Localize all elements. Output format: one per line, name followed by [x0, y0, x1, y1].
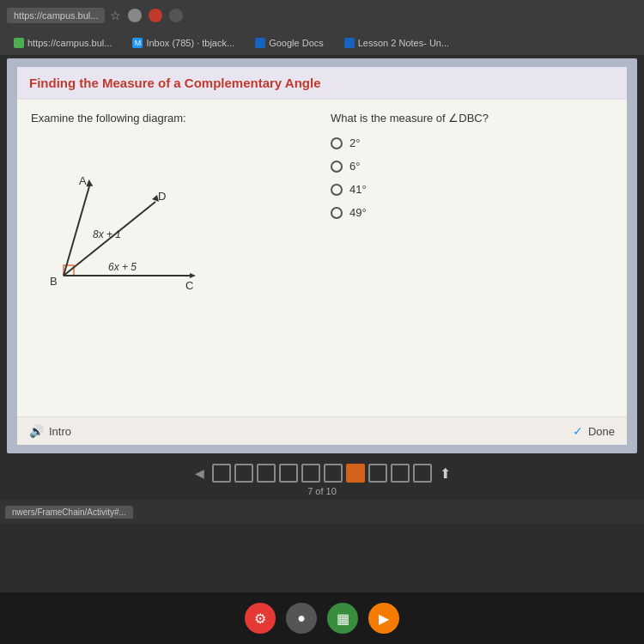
left-panel: Examine the following diagram:: [31, 112, 313, 307]
tab-bar: https://campus.bul... M Inbox (785) · tb…: [0, 31, 644, 55]
done-label: Done: [588, 425, 615, 438]
tab-lesson-label: Lesson 2 Notes- Un...: [358, 38, 449, 48]
card-footer: 🔊 Intro ✓ Done: [17, 416, 627, 445]
dot-10[interactable]: [413, 464, 432, 483]
dot-5[interactable]: [301, 464, 320, 483]
extension-icon: [128, 9, 142, 22]
tab-gdocs-label: Google Docs: [269, 38, 324, 48]
progress-text: 7 of 10: [307, 486, 337, 496]
gdocs-icon: [255, 38, 265, 48]
dot-4[interactable]: [279, 464, 298, 483]
option-1[interactable]: 2°: [331, 137, 613, 149]
tab-google-docs[interactable]: Google Docs: [248, 35, 331, 51]
tab-campus[interactable]: https://campus.bul...: [7, 35, 118, 51]
files-icon: ▦: [337, 611, 349, 627]
option-3[interactable]: 41°: [331, 183, 613, 196]
dot-6[interactable]: [324, 464, 343, 483]
cursor-icon: ⬆: [435, 464, 454, 483]
svg-text:A: A: [79, 174, 87, 187]
right-panel: What is the measure of ∠DBC? 2° 6° 41° 4…: [322, 112, 613, 307]
dot-7-current[interactable]: [346, 464, 365, 483]
taskbar-files-icon[interactable]: ▦: [327, 603, 358, 634]
svg-text:6x + 5: 6x + 5: [108, 261, 137, 273]
svg-text:C: C: [185, 279, 193, 292]
prev-arrow[interactable]: ◀: [190, 464, 209, 483]
tab-campus-label: https://campus.bul...: [27, 38, 112, 48]
inbox-icon: M: [132, 38, 143, 48]
dot-8[interactable]: [368, 464, 387, 483]
tab-inbox-label: Inbox (785) · tbjack...: [146, 38, 234, 48]
taskbar-chrome-icon[interactable]: ●: [286, 603, 317, 634]
taskbar-play-icon[interactable]: ▶: [368, 603, 399, 634]
intro-button[interactable]: 🔊 Intro: [29, 424, 71, 438]
svg-text:8x + 1: 8x + 1: [93, 228, 121, 240]
examine-text: Examine the following diagram:: [31, 112, 313, 125]
dot-9[interactable]: [391, 464, 410, 483]
question-text: What is the measure of ∠DBC?: [331, 112, 613, 125]
main-content: Finding the Measure of a Complementary A…: [7, 58, 637, 453]
question-card: Finding the Measure of a Complementary A…: [17, 67, 627, 445]
option-3-label: 41°: [349, 183, 367, 196]
option-2[interactable]: 6°: [331, 160, 613, 173]
bottom-strip: nwers/FrameChain/Activity#...: [0, 500, 644, 524]
menu-icon: [169, 9, 183, 22]
option-4[interactable]: 49°: [331, 206, 613, 219]
check-icon: ✓: [573, 424, 583, 438]
tab-lesson[interactable]: Lesson 2 Notes- Un...: [337, 35, 456, 51]
dot-3[interactable]: [257, 464, 276, 483]
card-title: Finding the Measure of a Complementary A…: [17, 67, 627, 100]
profile-icon: [149, 9, 162, 22]
progress-section: ◀ ⬆ 7 of 10: [0, 457, 644, 500]
svg-text:B: B: [50, 275, 58, 288]
taskbar-settings-icon[interactable]: ⚙: [245, 603, 276, 634]
campus-icon: [14, 38, 24, 48]
tab-inbox[interactable]: M Inbox (785) · tbjack...: [125, 35, 241, 51]
dot-2[interactable]: [234, 464, 253, 483]
svg-line-3: [64, 186, 89, 276]
bottom-tab-activity[interactable]: nwers/FrameChain/Activity#...: [5, 506, 133, 519]
play-icon: ▶: [379, 611, 389, 627]
url-bar[interactable]: https://campus.bul...: [7, 8, 105, 23]
option-4-label: 49°: [349, 206, 367, 219]
settings-icon: ⚙: [254, 611, 266, 627]
svg-marker-4: [86, 179, 94, 187]
option-2-label: 6°: [349, 160, 360, 173]
diagram-svg: A D B C 8x + 1 6x + 5: [31, 135, 211, 315]
radio-4[interactable]: [331, 207, 343, 219]
chrome-icon: ●: [297, 611, 306, 626]
speaker-icon: 🔊: [29, 424, 44, 438]
intro-label: Intro: [49, 425, 71, 438]
option-1-label: 2°: [349, 137, 360, 149]
radio-3[interactable]: [331, 184, 343, 196]
card-body: Examine the following diagram:: [17, 100, 627, 319]
star-icon[interactable]: ☆: [110, 9, 121, 22]
svg-marker-2: [190, 273, 196, 278]
radio-2[interactable]: [331, 161, 343, 173]
dot-1[interactable]: [212, 464, 231, 483]
svg-text:D: D: [158, 190, 166, 203]
progress-dots: ◀ ⬆: [190, 464, 454, 483]
radio-1[interactable]: [331, 137, 343, 149]
diagram-area: A D B C 8x + 1 6x + 5: [31, 135, 220, 307]
browser-bar: https://campus.bul... ☆: [0, 0, 644, 31]
browser-icons: ☆: [110, 9, 183, 22]
lesson-icon: [344, 38, 355, 48]
done-button[interactable]: ✓ Done: [573, 424, 615, 438]
taskbar: ⚙ ● ▦ ▶: [0, 592, 644, 644]
